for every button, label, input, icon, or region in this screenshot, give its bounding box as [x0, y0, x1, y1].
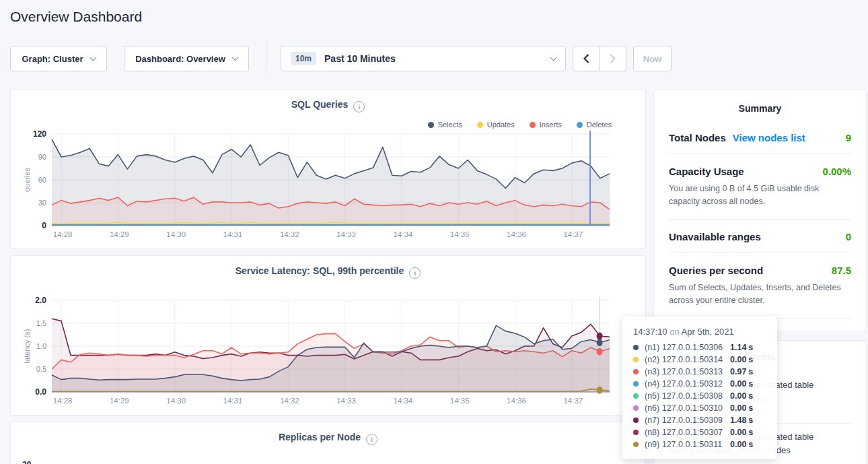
tooltip-node-value: 0.97 — [730, 367, 746, 376]
series-color-dot — [633, 442, 639, 447]
tooltip-node-unit: s — [748, 428, 753, 437]
tooltip-row: (n3) 127.0.0.1:503130.97s — [633, 366, 766, 378]
summary-desc: You are using 0 B of 4.5 GiB usable disk… — [669, 183, 851, 209]
time-range-badge: 10m — [291, 52, 316, 65]
svg-text:120: 120 — [33, 130, 46, 139]
svg-text:14:29: 14:29 — [110, 397, 129, 405]
time-prev-button[interactable] — [573, 46, 600, 71]
series-color-dot — [633, 345, 639, 350]
series-color-dot — [633, 357, 639, 362]
tooltip-timestamp: 14:37:10 on Apr 5th, 2021 — [633, 327, 766, 337]
info-icon[interactable]: i — [353, 101, 365, 112]
svg-text:1.5: 1.5 — [36, 319, 46, 327]
tooltip-node-unit: s — [748, 343, 753, 352]
summary-value: 1208.0 ms — [803, 330, 851, 332]
svg-text:14:30: 14:30 — [166, 397, 186, 405]
legend-item[interactable]: Inserts — [530, 121, 562, 129]
summary-label: Unavailable ranges — [669, 231, 761, 242]
summary-label: Capacity Usage — [669, 166, 744, 177]
tooltip-row: (n8) 127.0.0.1:503070.00s — [633, 426, 766, 438]
tooltip-node-unit: s — [748, 440, 753, 449]
summary-panel: Summary Total Nodes View nodes list 9 Ca… — [653, 89, 867, 331]
tooltip-rows: (n1) 127.0.0.1:503061.14s(n2) 127.0.0.1:… — [633, 341, 766, 451]
service-latency-chart[interactable]: 0.00.51.01.52.014:2814:2914:3014:3114:32… — [23, 296, 635, 416]
graph-dropdown-label: Graph: Cluster — [22, 54, 83, 64]
time-range-picker[interactable]: 10m Past 10 Minutes — [281, 46, 566, 71]
chart-title: Replicas per Nodei — [11, 432, 645, 445]
legend-item[interactable]: Deletes — [577, 121, 612, 129]
tooltip-node-label: (n8) 127.0.0.1:50307 — [645, 428, 730, 437]
tooltip-node-value: 0.00 — [730, 440, 746, 449]
info-icon[interactable]: i — [366, 434, 377, 445]
series-color-dot — [633, 430, 639, 435]
legend-item[interactable]: Updates — [477, 121, 515, 129]
tooltip-node-label: (n9) 127.0.0.1:50311 — [645, 440, 730, 449]
svg-text:14:31: 14:31 — [223, 230, 243, 238]
dashboard-dropdown[interactable]: Dashboard: Overview — [124, 46, 249, 71]
chevron-down-icon — [89, 54, 96, 61]
tooltip-node-label: (n4) 127.0.0.1:50312 — [645, 379, 730, 389]
summary-label: Queries per second — [669, 265, 763, 276]
tooltip-row: (n5) 127.0.0.1:503080.00s — [633, 390, 766, 402]
tooltip-node-label: (n1) 127.0.0.1:50306 — [645, 343, 730, 352]
series-color-dot — [428, 122, 434, 128]
summary-row-qps: Queries per second 87.5 Sum of Selects, … — [669, 253, 851, 318]
page-title: Overview Dashboard — [10, 9, 142, 25]
service-latency-chart-card: Service Latency: SQL, 99th percentilei 0… — [10, 255, 646, 416]
summary-row-total-nodes: Total Nodes View nodes list 9 — [669, 121, 851, 154]
time-next-button[interactable] — [600, 46, 626, 71]
series-color-dot — [530, 122, 536, 128]
summary-label: Total Nodes — [669, 132, 726, 143]
svg-text:14:36: 14:36 — [507, 230, 526, 238]
tooltip-row: (n2) 127.0.0.1:503140.00s — [633, 354, 766, 366]
svg-text:14:29: 14:29 — [110, 230, 129, 238]
tooltip-row: (n4) 127.0.0.1:503120.00s — [633, 378, 766, 390]
svg-text:0.0: 0.0 — [35, 387, 46, 397]
svg-text:14:35: 14:35 — [450, 397, 470, 405]
svg-text:14:37: 14:37 — [563, 230, 583, 238]
tooltip-date: Apr 5th, 2021 — [682, 327, 734, 337]
chart-hover-tooltip: 14:37:10 on Apr 5th, 2021 (n1) 127.0.0.1… — [622, 317, 777, 459]
tooltip-time: 14:37:10 — [633, 327, 667, 337]
svg-text:90: 90 — [38, 153, 46, 161]
chevron-down-icon — [550, 54, 557, 61]
sql-queries-chart-card: SQL Queriesi SelectsUpdatesInsertsDelete… — [10, 89, 646, 249]
tooltip-node-unit: s — [748, 416, 753, 425]
tooltip-node-label: (n3) 127.0.0.1:50313 — [645, 367, 730, 376]
legend-label: Selects — [438, 121, 462, 129]
tooltip-node-value: 0.00 — [730, 355, 746, 364]
svg-text:14:28: 14:28 — [53, 397, 73, 405]
tooltip-node-unit: s — [748, 379, 753, 389]
tooltip-node-label: (n5) 127.0.0.1:50308 — [645, 391, 730, 401]
summary-title: Summary — [669, 103, 851, 114]
tooltip-row: (n1) 127.0.0.1:503061.14s — [633, 341, 766, 354]
svg-text:14:36: 14:36 — [507, 397, 526, 405]
legend-item[interactable]: Selects — [428, 121, 462, 129]
tooltip-node-value: 1.14 — [730, 343, 746, 352]
summary-row-capacity: Capacity Usage 0.00% You are using 0 B o… — [669, 154, 851, 219]
tooltip-node-value: 0.00 — [730, 428, 746, 437]
series-color-dot — [633, 381, 639, 387]
now-button[interactable]: Now — [633, 46, 672, 71]
summary-value: 9 — [846, 132, 851, 143]
summary-desc: Sum of Selects, Updates, Inserts, and De… — [669, 281, 851, 308]
tooltip-node-unit: s — [748, 355, 753, 364]
graph-dropdown[interactable]: Graph: Cluster — [10, 46, 107, 71]
series-color-dot — [577, 122, 583, 128]
chart-title: SQL Queriesi — [11, 99, 645, 112]
svg-text:queries: queries — [23, 167, 31, 192]
svg-text:14:34: 14:34 — [393, 230, 412, 238]
svg-text:14:37: 14:37 — [563, 397, 583, 405]
info-icon[interactable]: i — [409, 267, 421, 279]
y-axis-tick: 30 — [22, 460, 31, 464]
time-range-label: Past 10 Minutes — [324, 53, 544, 64]
series-color-dot — [633, 405, 639, 411]
series-color-dot — [633, 393, 639, 399]
tooltip-node-unit: s — [748, 367, 753, 376]
legend-label: Deletes — [587, 121, 612, 129]
series-color-dot — [477, 122, 483, 128]
view-nodes-list-link[interactable]: View nodes list — [733, 132, 805, 143]
tooltip-node-value: 0.00 — [730, 391, 746, 401]
summary-row-unavailable-ranges: Unavailable ranges 0 — [669, 219, 851, 253]
sql-queries-chart[interactable]: 030609012014:2814:2914:3014:3114:3214:33… — [23, 130, 635, 250]
